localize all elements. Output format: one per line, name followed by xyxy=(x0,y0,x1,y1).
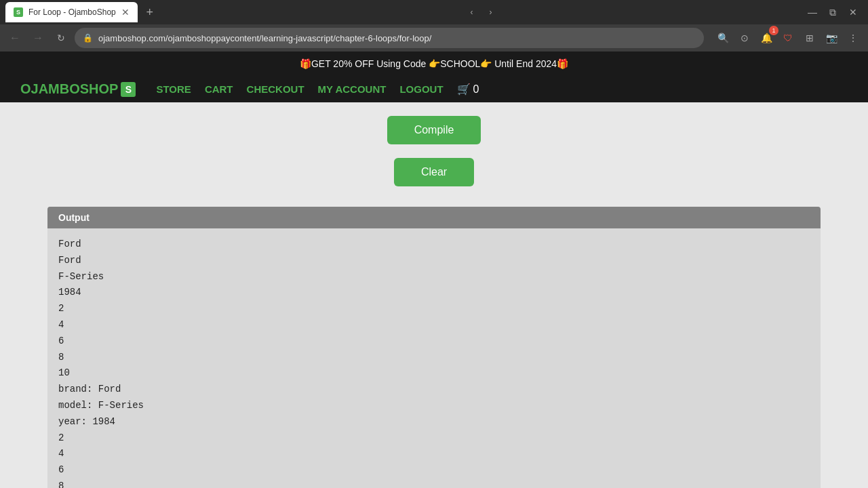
settings-button[interactable]: ⋮ xyxy=(844,28,863,47)
output-line: 4 xyxy=(58,446,810,462)
screenshot-button[interactable]: 📷 xyxy=(822,28,841,47)
output-line: 8 xyxy=(58,350,810,366)
sidebar-button[interactable]: ⊞ xyxy=(800,28,819,47)
browser-chrome: S For Loop - OjamboShop ✕ + ‹ › — ⧉ ✕ ← … xyxy=(0,0,868,52)
output-section: Output FordFordF-Series1984246810brand: … xyxy=(47,207,821,488)
output-header: Output xyxy=(47,207,821,228)
tab-scroll-left[interactable]: ‹ xyxy=(463,4,479,20)
tab-bar-controls: ‹ › xyxy=(463,4,498,20)
logo[interactable]: OJAMBOSHOP S xyxy=(20,81,136,97)
browser-actions: 🔍 ⊙ 🔔 1 🛡 ⊞ 📷 ⋮ xyxy=(713,28,863,47)
tab-bar: S For Loop - OjamboShop ✕ + ‹ › — ⧉ ✕ xyxy=(0,0,868,24)
output-line: 6 xyxy=(58,333,810,350)
address-bar-row: ← → ↻ 🔒 ojamboshop.com/ojamboshoppaycont… xyxy=(0,24,868,52)
output-line: year: 1984 xyxy=(58,414,810,430)
output-line: 1984 xyxy=(58,285,810,301)
nav-store[interactable]: STORE xyxy=(156,83,191,95)
output-line: 10 xyxy=(58,365,810,382)
restore-button[interactable]: ⧉ xyxy=(823,3,842,22)
notification-button[interactable]: 🔔 1 xyxy=(757,28,776,47)
output-line: brand: Ford xyxy=(58,382,810,398)
output-line: F-Series xyxy=(58,269,810,285)
tab-close-button[interactable]: ✕ xyxy=(121,7,130,18)
new-tab-button[interactable]: + xyxy=(140,3,159,22)
navbar: OJAMBOSHOP S STORE CART CHECKOUT MY ACCO… xyxy=(0,76,868,102)
output-line: 4 xyxy=(58,317,810,333)
compile-button[interactable]: Compile xyxy=(387,116,481,144)
tab-title: For Loop - OjamboShop xyxy=(28,7,116,17)
extensions-button[interactable]: 🛡 xyxy=(778,28,797,47)
nav-checkout[interactable]: CHECKOUT xyxy=(247,83,304,95)
share-button[interactable]: ⊙ xyxy=(735,28,754,47)
website: 🎁GET 20% OFF Using Code 👉SCHOOL👉 Until E… xyxy=(0,52,868,488)
promo-bar: 🎁GET 20% OFF Using Code 👉SCHOOL👉 Until E… xyxy=(0,52,868,76)
cart-emoji: 🛒 xyxy=(457,83,471,96)
back-button[interactable]: ← xyxy=(5,28,24,47)
minimize-button[interactable]: — xyxy=(803,3,822,22)
output-body: FordFordF-Series1984246810brand: Fordmod… xyxy=(47,228,821,488)
output-line: 8 xyxy=(58,479,810,488)
search-button[interactable]: 🔍 xyxy=(713,28,732,47)
security-icon: 🔒 xyxy=(83,33,93,43)
nav-cart[interactable]: CART xyxy=(205,83,233,95)
cart-icon-container[interactable]: 🛒0 xyxy=(457,83,479,96)
output-line: Ford xyxy=(58,253,810,269)
nav-links: STORE CART CHECKOUT MY ACCOUNT LOGOUT 🛒0 xyxy=(156,83,479,96)
output-line: 6 xyxy=(58,462,810,479)
promo-text: 🎁GET 20% OFF Using Code 👉SCHOOL👉 Until E… xyxy=(300,58,568,69)
output-line: Ford xyxy=(58,237,810,253)
nav-my-account[interactable]: MY ACCOUNT xyxy=(318,83,387,95)
close-window-button[interactable]: ✕ xyxy=(844,3,863,22)
cart-count: 0 xyxy=(473,83,479,96)
address-bar[interactable]: 🔒 ojamboshop.com/ojamboshoppaycontent/le… xyxy=(75,28,704,48)
forward-button[interactable]: → xyxy=(28,28,47,47)
main-content: Compile Clear Output FordFordF-Series198… xyxy=(0,102,868,488)
output-line: 2 xyxy=(58,430,810,447)
notification-badge: 1 xyxy=(769,26,778,35)
tab-favicon: S xyxy=(14,7,23,17)
active-tab[interactable]: S For Loop - OjamboShop ✕ xyxy=(5,2,138,22)
output-line: model: F-Series xyxy=(58,398,810,414)
tab-scroll-right[interactable]: › xyxy=(482,4,498,20)
url-text: ojamboshop.com/ojamboshoppaycontent/lear… xyxy=(98,33,696,43)
clear-button[interactable]: Clear xyxy=(394,158,474,186)
logo-text: OJAMBOSHOP xyxy=(20,81,118,97)
output-line: 2 xyxy=(58,301,810,317)
logo-s: S xyxy=(121,82,136,97)
nav-logout[interactable]: LOGOUT xyxy=(399,83,443,95)
reload-button[interactable]: ↻ xyxy=(52,28,71,47)
